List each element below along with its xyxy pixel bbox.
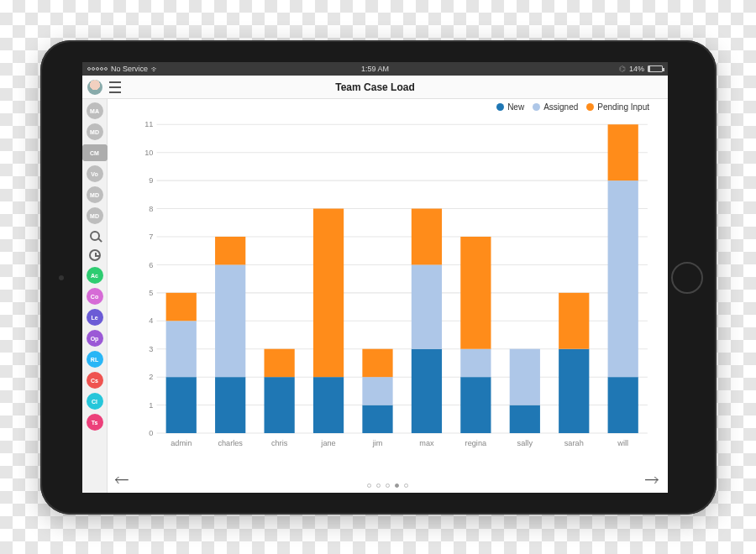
svg-text:admin: admin — [171, 439, 192, 447]
svg-text:sally: sally — [517, 439, 533, 447]
sidebar-item-md[interactable]: MD — [87, 186, 103, 203]
app-cl[interactable]: Cl — [87, 393, 103, 410]
pager-dot[interactable] — [376, 483, 381, 488]
sidebar-item-ma[interactable]: MA — [87, 102, 103, 119]
toolbar: Team Case Load — [82, 76, 668, 99]
svg-text:sarah: sarah — [564, 439, 584, 447]
app-le[interactable]: Le — [87, 309, 103, 326]
page-title: Team Case Load — [82, 81, 668, 93]
pager-dot[interactable] — [386, 483, 390, 488]
sidebar-item-md[interactable]: MD — [87, 207, 103, 224]
svg-text:jim: jim — [372, 439, 383, 447]
svg-text:chris: chris — [271, 439, 288, 447]
bar-segment[interactable] — [510, 349, 540, 405]
svg-text:regina: regina — [465, 439, 487, 447]
svg-text:11: 11 — [144, 120, 153, 128]
bar-segment[interactable] — [265, 349, 295, 377]
legend: NewAssignedPending Input — [496, 102, 649, 112]
home-button[interactable] — [671, 262, 703, 294]
bar-segment[interactable] — [166, 293, 197, 321]
svg-text:4: 4 — [149, 316, 153, 325]
sidebar-item-md[interactable]: MD — [87, 123, 103, 140]
svg-text:7: 7 — [149, 233, 153, 241]
app-co[interactable]: Co — [87, 288, 103, 305]
chart-area: NewAssignedPending Input 01234567891011a… — [108, 99, 668, 493]
svg-text:6: 6 — [149, 260, 153, 269]
bar-segment[interactable] — [608, 377, 638, 433]
legend-item: Pending Input — [586, 102, 649, 112]
svg-text:1: 1 — [149, 401, 153, 410]
bar-segment[interactable] — [215, 377, 245, 433]
bar-segment[interactable] — [362, 349, 392, 377]
bar-segment[interactable] — [608, 180, 638, 377]
battery-icon — [648, 65, 663, 72]
bar-segment[interactable] — [215, 264, 245, 377]
chart-plot: 01234567891011admincharleschrisjanejimma… — [136, 119, 651, 452]
bar-segment[interactable] — [460, 377, 491, 433]
svg-text:will: will — [617, 439, 628, 447]
legend-item: Assigned — [533, 102, 578, 112]
bar-segment[interactable] — [460, 237, 491, 349]
svg-text:charles: charles — [218, 439, 243, 447]
svg-text:3: 3 — [149, 345, 153, 353]
bar-segment[interactable] — [166, 377, 197, 433]
bar-segment[interactable] — [559, 293, 589, 349]
bar-segment[interactable] — [313, 209, 344, 378]
legend-item: New — [496, 102, 524, 112]
bar-segment[interactable] — [313, 377, 344, 433]
next-page-button[interactable]: 🡒 — [641, 470, 663, 491]
bar-segment[interactable] — [362, 405, 392, 433]
bar-segment[interactable] — [362, 377, 392, 405]
svg-text:max: max — [419, 439, 434, 447]
svg-text:8: 8 — [149, 205, 153, 213]
svg-text:jane: jane — [320, 439, 335, 447]
svg-text:5: 5 — [149, 289, 153, 297]
bar-segment[interactable] — [608, 124, 638, 180]
svg-text:0: 0 — [149, 429, 153, 437]
pager — [108, 483, 668, 488]
search-icon[interactable] — [87, 228, 102, 243]
clock-label: 1:59 AM — [82, 65, 668, 73]
screen: No Service ᯤ 1:59 AM ⌬ 14% Team Case Loa… — [82, 62, 668, 493]
app-rl[interactable]: RL — [87, 351, 103, 368]
bar-segment[interactable] — [166, 321, 197, 377]
pager-dot[interactable] — [395, 483, 399, 488]
bar-segment[interactable] — [412, 264, 442, 348]
app-cs[interactable]: Cs — [87, 372, 103, 389]
sidebar: MAMDCMVoMDMDAcCoLeOpRLCsClTs — [82, 99, 108, 493]
camera-dot — [59, 275, 64, 280]
bar-segment[interactable] — [215, 237, 245, 264]
app-ts[interactable]: Ts — [87, 414, 103, 431]
app-ac[interactable]: Ac — [87, 267, 103, 284]
bar-segment[interactable] — [412, 349, 442, 433]
bar-segment[interactable] — [412, 209, 442, 265]
recent-icon[interactable] — [87, 248, 102, 263]
bar-segment[interactable] — [559, 349, 589, 433]
sidebar-item-vo[interactable]: Vo — [87, 165, 103, 182]
svg-text:9: 9 — [149, 176, 153, 185]
tablet-frame: No Service ᯤ 1:59 AM ⌬ 14% Team Case Loa… — [40, 40, 717, 515]
bar-segment[interactable] — [510, 405, 540, 433]
prev-page-button[interactable]: 🡐 — [111, 470, 133, 491]
status-bar: No Service ᯤ 1:59 AM ⌬ 14% — [82, 62, 668, 76]
bar-segment[interactable] — [265, 377, 295, 433]
app-op[interactable]: Op — [87, 330, 103, 347]
pager-dot[interactable] — [367, 483, 371, 488]
sidebar-item-cm[interactable]: CM — [82, 144, 108, 161]
svg-text:2: 2 — [149, 373, 153, 381]
svg-text:10: 10 — [144, 149, 153, 157]
bluetooth-icon: ⌬ — [619, 65, 626, 73]
bar-segment[interactable] — [460, 349, 491, 377]
pager-dot[interactable] — [404, 483, 408, 488]
